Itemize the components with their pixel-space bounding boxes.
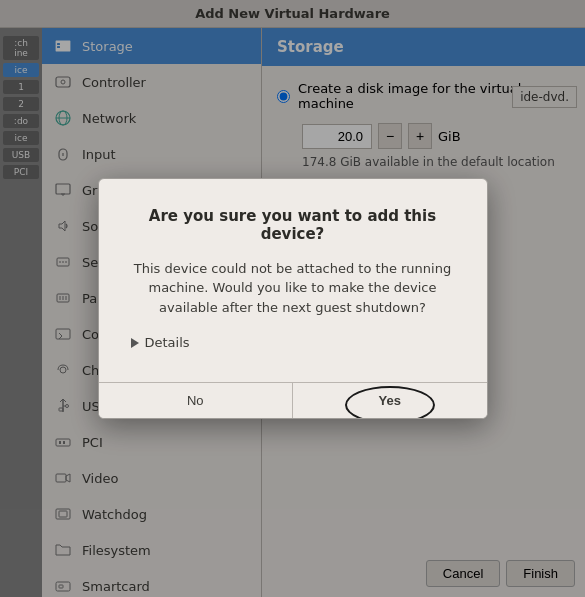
- dialog-title: Are you sure you want to add this device…: [131, 207, 455, 243]
- dialog-message: This device could not be attached to the…: [131, 259, 455, 318]
- yes-label: Yes: [379, 393, 401, 408]
- dialog-details-toggle[interactable]: Details: [131, 335, 455, 350]
- dialog-overlay: Are you sure you want to add this device…: [0, 0, 585, 597]
- yes-button[interactable]: Yes: [293, 383, 487, 418]
- dialog-body: Are you sure you want to add this device…: [99, 179, 487, 383]
- no-button[interactable]: No: [99, 383, 294, 418]
- confirm-dialog: Are you sure you want to add this device…: [98, 178, 488, 420]
- details-label: Details: [145, 335, 190, 350]
- app-window: Add New Virtual Hardware :chine ice 1 2 …: [0, 0, 585, 597]
- details-triangle-icon: [131, 338, 139, 348]
- dialog-footer: No Yes: [99, 382, 487, 418]
